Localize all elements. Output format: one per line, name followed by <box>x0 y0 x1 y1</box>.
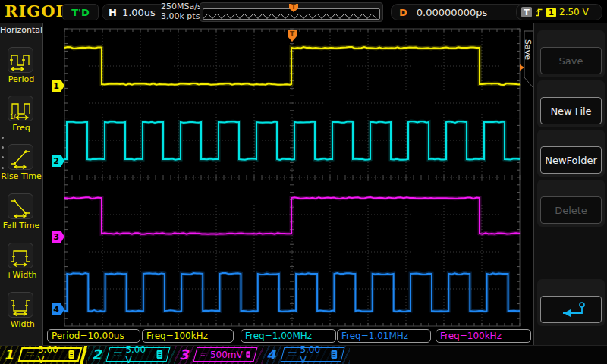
bw-limit-icon <box>331 350 338 359</box>
channel-3-status[interactable]: 3 500mV <box>175 346 263 364</box>
dc-coupling-icon <box>113 351 122 358</box>
channel-1-trace <box>64 47 520 85</box>
menu-item-period[interactable]: Period <box>0 47 42 86</box>
new-file-button[interactable]: New File <box>540 97 602 124</box>
softkey-slot: Save <box>537 30 605 77</box>
menu-item-label: -Width <box>0 319 42 329</box>
channel-number: 2 <box>92 347 102 362</box>
softkey-slot: Delete <box>537 180 605 227</box>
menu-item-fall-time[interactable]: Fall Time <box>0 193 42 233</box>
waveform-preview-bar: T <box>200 2 383 22</box>
fall-measure-icon <box>8 193 33 219</box>
rising-edge-icon <box>535 7 543 17</box>
left-softkey-menu: Horizontal Period 1/ Freq Rise Time Fall… <box>0 23 43 345</box>
menu-item--width[interactable]: +Width <box>0 243 42 282</box>
softkey-label: New File <box>550 105 591 117</box>
channel-scale-box: 5.00 V <box>106 347 171 362</box>
channel-scale-box: 500mV <box>193 347 258 362</box>
menu-item-label: +Width <box>0 270 42 280</box>
channel-3-position-marker[interactable]: 3 <box>52 231 64 243</box>
preview-waveform-icon <box>203 12 379 20</box>
freq-measure-icon: 1/ <box>8 96 33 121</box>
oscilloscope-graticule: 1 2 3 4 T <box>43 23 533 345</box>
channel-2-position-marker[interactable]: 2 <box>52 155 64 167</box>
trigger-level-value: 2.50 V <box>559 7 589 17</box>
trigger-label: T <box>521 7 532 17</box>
trigger-position-marker[interactable]: T <box>288 30 297 42</box>
trigger-settings-box: T 1 2.50 V <box>516 4 602 20</box>
waveform-display-area: 1 2 3 4 T <box>43 23 533 345</box>
brand-logo: RIGOL <box>5 2 68 20</box>
menu-item-label: Fall Time <box>0 221 42 231</box>
softkey-label: Save <box>559 55 583 67</box>
softkey-label: Delete <box>555 205 587 216</box>
pwidth-measure-icon <box>8 243 33 268</box>
channel-number: 4 <box>266 347 276 362</box>
measurement-readout-2: Freq=100kHz <box>142 329 234 343</box>
measurement-readout-5: Freq=100kHz <box>436 329 531 343</box>
measurement-readout-1: Period=10.00us <box>47 329 140 343</box>
return-arrow-icon <box>550 300 593 319</box>
right-softkey-menu: SaveNew FileNewFolderDelete <box>533 23 607 345</box>
dc-coupling-icon <box>200 351 207 358</box>
channel-4-status[interactable]: 4 5.00 V <box>263 346 350 364</box>
return-button[interactable] <box>540 296 602 323</box>
channel-4-trace-glow <box>64 273 520 312</box>
channel-status-bar: 1 5.00 V 2 5.00 V <box>0 345 607 364</box>
menu-item-label: Period <box>0 74 42 84</box>
svg-text:T: T <box>290 30 295 38</box>
softkey-slot: New File <box>537 80 605 127</box>
menu-item--width[interactable]: -Width <box>0 292 42 331</box>
channel-2-status[interactable]: 2 5.00 V <box>88 346 175 364</box>
menu-item-rise-time[interactable]: Rise Time <box>0 144 42 184</box>
dc-coupling-icon <box>288 351 297 358</box>
channel-number: 1 <box>4 347 14 362</box>
save-button[interactable]: Save <box>540 47 602 74</box>
svg-text:3: 3 <box>53 232 59 242</box>
channel-1-status[interactable]: 1 5.00 V <box>0 346 87 364</box>
delay-value: 0.00000000ps <box>417 7 488 18</box>
channel-number: 3 <box>179 347 189 362</box>
channel-scale-value: 500mV <box>210 350 243 360</box>
acquisition-info: 250MSa/s 3.00k pts <box>161 2 202 21</box>
delay-label: D <box>399 7 407 18</box>
dc-coupling-icon <box>26 351 35 358</box>
delete-button[interactable]: Delete <box>540 196 602 224</box>
menu-tab-pointer-icon <box>520 64 524 71</box>
svg-text:1: 1 <box>53 81 59 91</box>
measurement-readout-4: Freq=1.01MHz <box>337 329 431 343</box>
channel-3-trace <box>64 197 520 234</box>
menu-item-freq[interactable]: 1/ Freq <box>0 96 42 135</box>
horizontal-label: H <box>109 7 117 18</box>
channel-scale-box: 5.00 V <box>18 347 83 362</box>
sample-rate: 250MSa/s <box>161 2 202 11</box>
channel-scale-box: 5.00 V <box>281 347 345 362</box>
measurement-readout-3: Freq=1.00MHz <box>241 329 336 343</box>
channel-4-trace <box>64 273 520 312</box>
menu-tab-label: Save <box>523 39 533 60</box>
horizontal-scale-value: 1.00us <box>122 7 156 18</box>
svg-text:4: 4 <box>53 305 59 315</box>
channel-4-position-marker[interactable]: 4 <box>52 303 64 315</box>
memory-depth: 3.00k pts <box>161 11 202 21</box>
trigger-delay-box: D 0.00000000ps <box>391 4 526 20</box>
channel-scale-value: 5.00 V <box>125 344 153 364</box>
softkey-slot: NewFolder <box>537 130 605 177</box>
bw-limit-icon <box>246 350 250 359</box>
trigger-status-badge: T'D <box>62 4 99 20</box>
menu-item-label: Rise Time <box>0 171 42 181</box>
svg-text:2: 2 <box>53 156 59 166</box>
bw-limit-icon <box>156 350 163 359</box>
newfolder-button[interactable]: NewFolder <box>540 146 602 174</box>
channel-scale-value: 5.00 V <box>38 344 65 364</box>
menu-item-label: Freq <box>0 123 42 133</box>
channel-1-position-marker[interactable]: 1 <box>52 80 64 92</box>
trigger-status-text: T'D <box>71 7 90 18</box>
rise-measure-icon <box>8 144 33 170</box>
svg-text:1/: 1/ <box>10 114 16 121</box>
menu-title: Horizontal <box>0 25 42 35</box>
top-status-bar: RIGOL T'D H 1.00us 250MSa/s 3.00k pts T … <box>0 0 607 23</box>
softkey-slot <box>537 279 605 326</box>
period-measure-icon <box>8 47 33 73</box>
nwidth-measure-icon <box>8 292 33 318</box>
